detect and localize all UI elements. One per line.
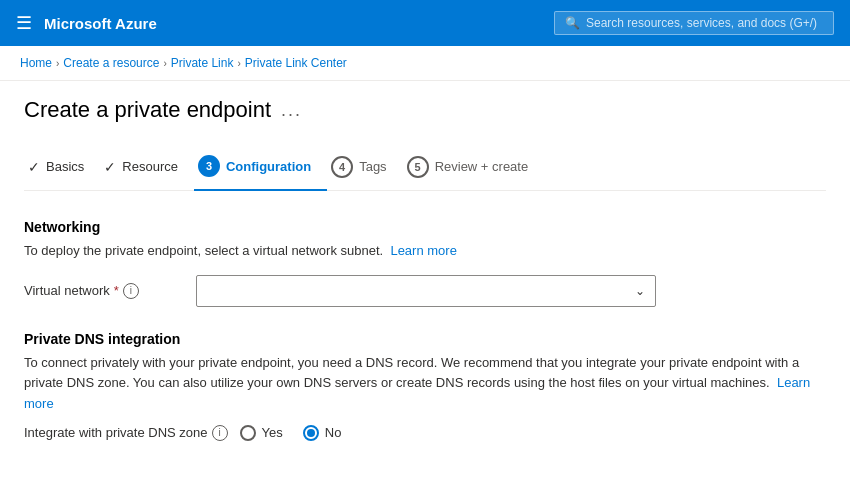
private-dns-section: Private DNS integration To connect priva… (24, 331, 826, 441)
step-circle-configuration: 3 (198, 155, 220, 177)
virtual-network-label: Virtual network * i (24, 283, 184, 299)
step-label-review: Review + create (435, 159, 529, 174)
networking-section: Networking To deploy the private endpoin… (24, 219, 826, 307)
step-circle-tags: 4 (331, 156, 353, 178)
step-label-resource: Resource (122, 159, 178, 174)
page-title-row: Create a private endpoint ... (24, 97, 826, 123)
virtual-network-row: Virtual network * i ⌄ (24, 275, 826, 307)
step-label-basics: Basics (46, 159, 84, 174)
wizard-steps: ✓ Basics ✓ Resource 3 Configuration 4 Ta… (24, 147, 826, 191)
search-box[interactable]: 🔍 (554, 11, 834, 35)
integrate-dns-info-icon[interactable]: i (212, 425, 228, 441)
topbar: ☰ Microsoft Azure 🔍 (0, 0, 850, 46)
radio-options: Yes No (240, 425, 342, 441)
step-check-basics: ✓ (28, 159, 40, 175)
step-configuration[interactable]: 3 Configuration (194, 147, 327, 191)
more-options-button[interactable]: ... (281, 100, 302, 121)
app-title: Microsoft Azure (44, 15, 157, 32)
breadcrumb-sep-2: › (163, 58, 166, 69)
integrate-dns-label: Integrate with private DNS zone i (24, 425, 228, 441)
dropdown-chevron-icon: ⌄ (635, 284, 645, 298)
breadcrumb-sep-3: › (237, 58, 240, 69)
search-icon: 🔍 (565, 16, 580, 30)
breadcrumb-private-link-center[interactable]: Private Link Center (245, 56, 347, 70)
radio-no[interactable]: No (303, 425, 342, 441)
step-resource[interactable]: ✓ Resource (100, 151, 194, 187)
step-label-configuration: Configuration (226, 159, 311, 174)
private-dns-title: Private DNS integration (24, 331, 826, 347)
step-basics[interactable]: ✓ Basics (24, 151, 100, 187)
breadcrumb-home[interactable]: Home (20, 56, 52, 70)
private-dns-description: To connect privately with your private e… (24, 353, 826, 415)
hamburger-icon[interactable]: ☰ (16, 12, 32, 34)
networking-description: To deploy the private endpoint, select a… (24, 241, 826, 261)
virtual-network-dropdown[interactable]: ⌄ (196, 275, 656, 307)
radio-btn-no[interactable] (303, 425, 319, 441)
step-review-create[interactable]: 5 Review + create (403, 148, 545, 190)
main-content: Create a private endpoint ... ✓ Basics ✓… (0, 81, 850, 457)
networking-learn-more[interactable]: Learn more (390, 243, 456, 258)
networking-desc-text: To deploy the private endpoint, select a… (24, 243, 383, 258)
radio-btn-yes[interactable] (240, 425, 256, 441)
search-input[interactable] (586, 16, 823, 30)
page-title: Create a private endpoint (24, 97, 271, 123)
radio-no-label: No (325, 425, 342, 440)
virtual-network-info-icon[interactable]: i (123, 283, 139, 299)
integrate-dns-row: Integrate with private DNS zone i Yes No (24, 425, 826, 441)
breadcrumb-sep-1: › (56, 58, 59, 69)
breadcrumb: Home › Create a resource › Private Link … (0, 46, 850, 81)
breadcrumb-create-resource[interactable]: Create a resource (63, 56, 159, 70)
step-check-resource: ✓ (104, 159, 116, 175)
step-tags[interactable]: 4 Tags (327, 148, 402, 190)
radio-yes-label: Yes (262, 425, 283, 440)
breadcrumb-private-link[interactable]: Private Link (171, 56, 234, 70)
required-star: * (114, 283, 119, 298)
networking-title: Networking (24, 219, 826, 235)
radio-yes[interactable]: Yes (240, 425, 283, 441)
step-circle-review: 5 (407, 156, 429, 178)
step-label-tags: Tags (359, 159, 386, 174)
